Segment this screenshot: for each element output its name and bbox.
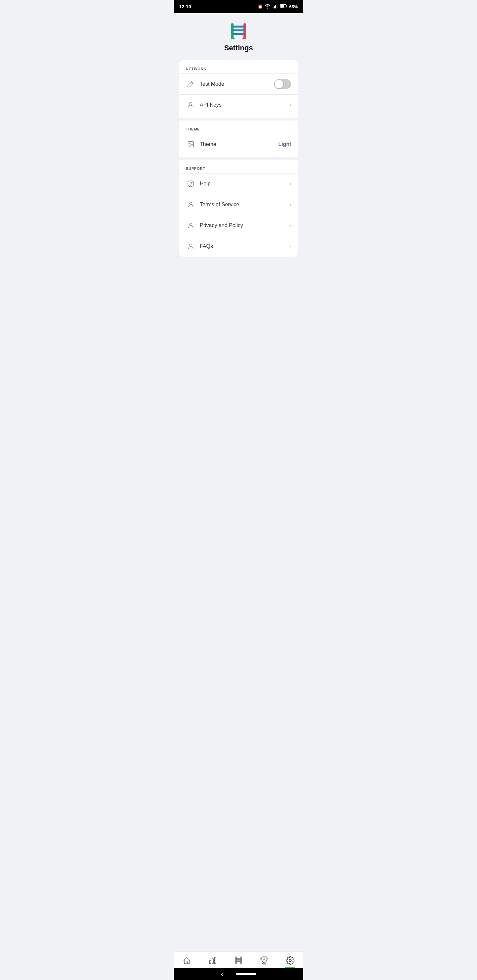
back-button[interactable]: ‹ — [221, 971, 223, 978]
faqs-chevron-container: › — [290, 243, 291, 249]
page-title: Settings — [224, 44, 253, 52]
theme-value-container: Light — [278, 142, 291, 147]
api-keys-chevron-container: › — [290, 102, 291, 108]
wifi-icon — [265, 4, 271, 10]
terms-label: Terms of Service — [200, 202, 290, 208]
person-icon-faqs — [186, 241, 196, 251]
person-icon-api — [186, 100, 196, 110]
theme-value: Light — [278, 142, 291, 147]
pencil-icon — [186, 79, 196, 89]
test-mode-row[interactable]: Test Mode — [179, 73, 298, 94]
svg-rect-26 — [240, 957, 241, 964]
svg-rect-7 — [231, 23, 233, 39]
api-keys-label: API Keys — [200, 102, 290, 108]
faqs-label: FAQs — [200, 243, 290, 249]
nav-ladder[interactable] — [230, 955, 247, 966]
svg-rect-9 — [232, 26, 246, 28]
bar-chart-icon — [208, 956, 217, 965]
svg-rect-4 — [277, 4, 277, 8]
nav-leaderboard[interactable] — [256, 955, 273, 966]
nav-active-indicator — [285, 967, 295, 968]
app-header: Settings — [174, 13, 303, 56]
test-mode-label: Test Mode — [200, 81, 274, 87]
section-support-label: SUPPORT — [179, 157, 298, 173]
svg-point-18 — [191, 185, 191, 186]
help-chevron: › — [290, 181, 291, 187]
svg-rect-24 — [214, 957, 215, 964]
svg-point-20 — [190, 223, 192, 226]
svg-rect-6 — [280, 5, 284, 7]
svg-rect-8 — [244, 23, 246, 39]
faqs-row[interactable]: FAQs › — [179, 236, 298, 256]
battery-percent: 65% — [289, 4, 298, 9]
privacy-chevron: › — [290, 223, 291, 228]
person-icon-privacy — [186, 221, 196, 231]
section-theme-label: THEME — [179, 118, 298, 134]
nav-chart[interactable] — [204, 955, 221, 966]
ladder-icon — [234, 956, 243, 965]
terms-row[interactable]: Terms of Service › — [179, 194, 298, 215]
trophy-icon — [260, 956, 269, 965]
svg-point-19 — [190, 202, 192, 205]
terms-chevron: › — [290, 202, 291, 208]
api-keys-chevron: › — [290, 102, 291, 108]
test-mode-toggle[interactable] — [274, 79, 291, 89]
status-icons: ⏰ 65% — [258, 4, 298, 10]
svg-point-33 — [289, 959, 292, 962]
settings-content: NETWORK Test Mode — [174, 56, 303, 951]
battery-icon — [280, 4, 287, 9]
signal-icon — [273, 4, 278, 10]
home-pill[interactable] — [236, 973, 256, 975]
privacy-chevron-container: › — [290, 223, 291, 228]
nav-home[interactable] — [179, 955, 195, 966]
svg-rect-31 — [263, 963, 266, 964]
svg-point-21 — [190, 244, 192, 246]
theme-label: Theme — [200, 142, 278, 147]
settings-card: NETWORK Test Mode — [179, 60, 298, 256]
toggle-knob — [274, 80, 283, 88]
svg-rect-1 — [273, 6, 273, 8]
section-network-label: NETWORK — [179, 60, 298, 73]
test-mode-toggle-container — [274, 79, 291, 89]
gear-icon — [286, 956, 295, 965]
home-icon — [182, 956, 191, 965]
svg-point-13 — [242, 38, 244, 40]
help-row[interactable]: Help › — [179, 173, 298, 194]
svg-rect-22 — [209, 961, 211, 964]
help-chevron-container: › — [290, 181, 291, 187]
help-label: Help — [200, 181, 290, 187]
svg-rect-11 — [232, 33, 246, 35]
help-circle-icon — [186, 179, 196, 189]
theme-row[interactable]: Theme Light — [179, 134, 298, 154]
svg-point-12 — [233, 38, 235, 40]
svg-point-16 — [189, 143, 190, 144]
pencil-svg — [187, 80, 195, 88]
privacy-label: Privacy and Policy — [200, 223, 290, 228]
alarm-icon: ⏰ — [258, 4, 263, 9]
svg-rect-3 — [275, 5, 276, 8]
nav-settings[interactable] — [282, 955, 298, 966]
svg-rect-2 — [274, 6, 274, 8]
image-icon — [186, 139, 196, 149]
svg-point-14 — [190, 103, 192, 105]
bottom-nav — [174, 951, 303, 968]
svg-rect-25 — [236, 957, 236, 964]
svg-rect-29 — [262, 957, 266, 958]
status-time: 12:10 — [179, 4, 191, 9]
app-logo — [227, 19, 250, 42]
logo-icon — [228, 20, 249, 40]
person-icon-terms — [186, 200, 196, 210]
privacy-row[interactable]: Privacy and Policy › — [179, 215, 298, 236]
android-nav-bar: ‹ — [174, 968, 303, 980]
svg-rect-23 — [212, 959, 213, 964]
terms-chevron-container: › — [290, 202, 291, 208]
svg-rect-10 — [232, 29, 246, 32]
faqs-chevron: › — [290, 243, 291, 249]
api-keys-row[interactable]: API Keys › — [179, 94, 298, 115]
svg-point-0 — [267, 7, 268, 8]
status-bar: 12:10 ⏰ 65% — [174, 0, 303, 13]
